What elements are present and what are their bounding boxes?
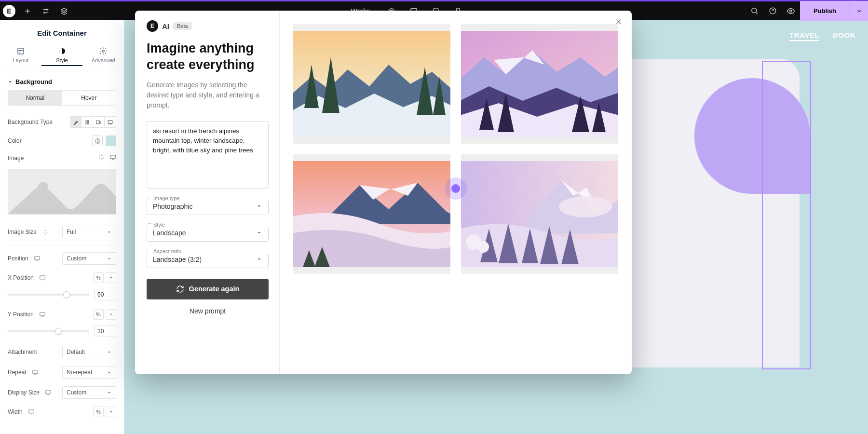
select-value: No-repeat [67,369,92,376]
width-unit-menu[interactable] [106,407,116,417]
xpos-value[interactable]: 50 [94,289,116,300]
xpos-slider[interactable] [8,294,89,296]
ai-hint-button[interactable] [41,227,50,237]
ai-image-button[interactable] [98,154,105,162]
slideshow-icon [107,119,113,125]
chevron-down-icon [107,230,112,235]
tab-label: Advanced [92,57,115,63]
help-button[interactable] [763,1,782,21]
add-element-button[interactable] [18,1,37,21]
ypos-value[interactable]: 30 [94,326,116,337]
new-prompt-button[interactable]: New prompt [147,307,269,315]
generate-button[interactable]: Generate again [147,279,269,299]
svg-point-7 [751,8,756,13]
device-indicator[interactable] [32,254,42,263]
elementor-logo[interactable]: E [3,5,15,17]
device-indicator[interactable] [38,310,47,319]
structure-button[interactable] [55,1,73,21]
publish-button[interactable]: Publish [800,1,850,21]
ypos-unit[interactable]: % [93,309,104,320]
width-unit[interactable]: % [93,407,104,417]
beta-badge: Beta [173,22,192,30]
attachment-select[interactable]: Default [62,346,116,358]
image-picker[interactable] [8,169,116,215]
site-settings-button[interactable] [37,1,55,21]
global-color-button[interactable] [92,136,103,146]
bg-type-video[interactable] [93,116,105,128]
image-size-label: Image Size [8,229,37,235]
bg-type-slideshow[interactable] [105,116,116,128]
select-value: Landscape (3:2) [153,256,202,263]
select-value: Photographic [153,203,193,210]
bg-type-gradient[interactable] [81,116,93,128]
finder-button[interactable] [745,1,763,21]
search-icon [750,7,759,15]
position-label: Position [8,255,28,262]
modal-logo: E [147,20,158,32]
xpos-unit[interactable]: % [93,272,104,283]
select-value: Landscape [153,229,186,237]
seg-normal[interactable]: Normal [8,91,62,105]
desktop-icon [28,408,35,415]
ypos-slider[interactable] [8,330,89,332]
desktop-icon [109,154,116,161]
selection-outline [762,61,811,369]
chevron-down-icon [256,230,262,236]
nav-link-travel[interactable]: TRAVEL [789,31,819,41]
globe-icon [95,138,101,144]
device-indicator[interactable] [38,273,47,283]
desktop-icon [34,255,41,262]
svg-point-9 [790,10,792,12]
desktop-icon [39,311,46,318]
svg-rect-10 [18,48,24,54]
result-card[interactable] [293,24,450,144]
device-indicator[interactable] [30,367,40,377]
chevron-down-icon [256,203,262,209]
xpos-label: X Position [8,274,34,281]
result-card[interactable] [461,24,618,144]
modal-title: Imagine anything create everything [147,41,269,73]
modal-close-button[interactable] [614,17,623,27]
bg-type-classic[interactable] [70,116,81,128]
modal-subtitle: Generate images by selecting the desired… [147,80,269,110]
repeat-select[interactable]: No-repeat [62,366,116,379]
result-card[interactable] [293,154,450,274]
sliders-icon [42,7,50,15]
position-select[interactable]: Custom [62,252,116,265]
svg-point-33 [477,241,489,253]
refresh-icon [176,285,184,293]
imgtype-label: Image type [151,195,269,201]
chevron-down-icon [107,256,112,261]
close-icon [614,17,623,26]
nav-link-book[interactable]: BOOK [833,31,855,41]
help-icon [769,7,777,15]
svg-rect-15 [96,121,100,124]
xpos-unit-menu[interactable] [106,272,116,283]
svg-rect-18 [110,155,116,159]
seg-hover[interactable]: Hover [62,91,116,105]
ypos-unit-menu[interactable] [106,309,116,320]
brush-icon [73,119,79,125]
result-card[interactable] [461,154,618,274]
preview-button[interactable] [782,1,800,21]
tab-layout[interactable]: Layout [0,44,41,71]
tab-advanced[interactable]: Advanced [82,44,124,71]
section-background[interactable]: Background [0,71,124,90]
svg-rect-25 [46,391,51,394]
prompt-input[interactable] [147,121,269,189]
site-nav: TRAVEL BOOK [789,31,855,41]
displaysize-select[interactable]: Custom [62,386,116,399]
displaysize-label: Display Size [8,389,40,396]
device-indicator[interactable] [43,388,53,397]
tab-style[interactable]: Style [41,44,83,71]
ypos-label: Y Position [8,311,34,318]
result-image [461,31,618,137]
gear-icon [99,47,108,55]
svg-rect-21 [34,257,40,260]
dynamic-tag-button[interactable] [109,154,116,162]
color-swatch[interactable] [106,136,116,146]
image-size-select[interactable]: Full [62,226,116,238]
device-indicator[interactable] [27,407,36,417]
svg-rect-24 [32,370,38,374]
publish-options-button[interactable] [850,1,868,21]
